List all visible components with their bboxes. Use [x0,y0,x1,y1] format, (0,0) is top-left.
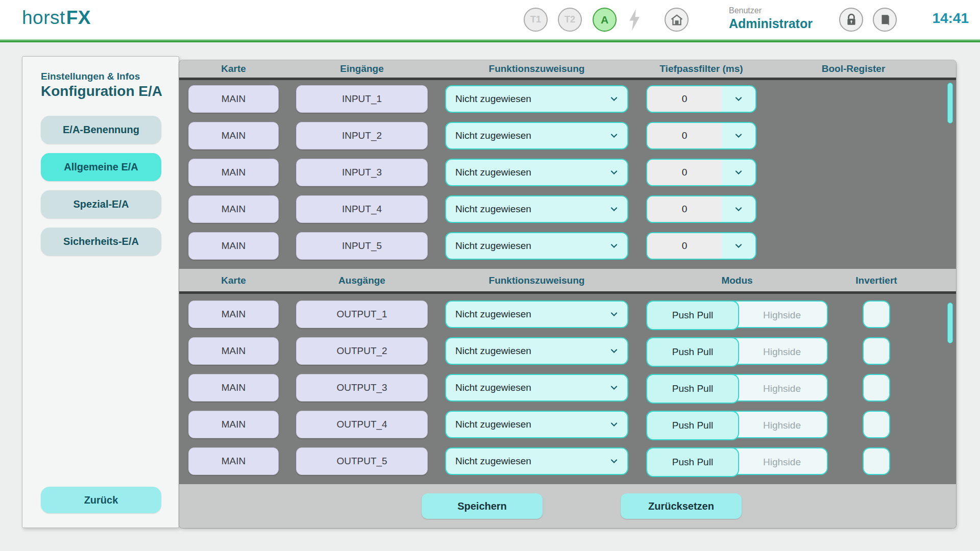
tiefpass-dropdown[interactable]: 0 [646,122,756,149]
tiefpass-dropdown[interactable]: 0 [646,195,756,223]
home-button[interactable] [665,8,689,32]
karte-value: MAIN [188,195,279,223]
io-config-panel: Karte Eingänge Funktionszuweisung Tiefpa… [179,60,956,528]
modus-toggle: Push Pull Highside [646,300,828,328]
funktion-value: Nicht zugewiesen [455,240,531,252]
top-bar: horstFX T1 T2 A Benutzer Administrator [0,0,980,39]
funktion-value: Nicht zugewiesen [455,130,531,141]
modus-push-pull-option[interactable]: Push Pull [646,374,739,404]
t2-mode-badge[interactable]: T2 [558,8,582,32]
col-header-modus: Modus [646,275,828,286]
funktion-value: Nicht zugewiesen [455,93,531,105]
chevron-down-icon [609,204,619,214]
modus-highside-option[interactable]: Highside [737,448,827,476]
karte-value: MAIN [188,447,279,475]
sidebar-item-label: Spezial-E/A [74,198,129,210]
funktion-dropdown[interactable]: Nicht zugewiesen [445,300,628,328]
funktion-value: Nicht zugewiesen [455,382,531,393]
back-button[interactable]: Zurück [41,487,161,513]
clock: 14:41 [932,10,969,27]
logo-bold: FX [66,7,91,28]
funktion-dropdown[interactable]: Nicht zugewiesen [445,85,628,113]
page-title: Konfiguration E/A [41,83,162,99]
invertiert-checkbox[interactable] [863,300,890,328]
eingang-value: INPUT_1 [296,85,428,113]
sidebar-item-ea-benennung[interactable]: E/A-Benennung [41,116,161,144]
funktion-value: Nicht zugewiesen [455,456,531,467]
modus-highside-option[interactable]: Highside [737,338,827,366]
reset-button-label: Zurücksetzen [648,500,714,512]
t1-mode-badge[interactable]: T1 [524,8,548,32]
col-header-funktionszuweisung: Funktionszuweisung [445,63,628,74]
funktion-dropdown[interactable]: Nicht zugewiesen [445,195,628,223]
input-row-3: MAIN INPUT_3 Nicht zugewiesen 0 [179,159,956,186]
funktion-dropdown[interactable]: Nicht zugewiesen [445,337,628,365]
modus-highside-option[interactable]: Highside [737,412,827,439]
ausgang-value: OUTPUT_3 [296,374,428,402]
inputs-scrollbar[interactable] [947,83,953,123]
modus-push-pull-option[interactable]: Push Pull [646,300,739,330]
manual-button[interactable] [873,8,897,32]
outputs-scrollbar[interactable] [947,303,953,343]
eingang-value: INPUT_5 [296,232,428,260]
chevron-down-icon [609,419,619,430]
funktion-value: Nicht zugewiesen [455,167,531,178]
modus-push-pull-option[interactable]: Push Pull [646,447,739,477]
modus-highside-option[interactable]: Highside [737,375,827,403]
user-role-label: Benutzer [729,6,813,15]
modus-toggle: Push Pull Highside [646,411,828,438]
invertiert-checkbox[interactable] [863,447,890,475]
funktion-dropdown[interactable]: Nicht zugewiesen [445,159,628,186]
col-header-karte: Karte [188,63,279,74]
invertiert-checkbox[interactable] [863,411,890,438]
input-row-2: MAIN INPUT_2 Nicht zugewiesen 0 [179,122,956,149]
ausgang-value: OUTPUT_1 [296,300,428,328]
karte-value: MAIN [188,159,279,186]
reset-button[interactable]: Zurücksetzen [621,493,742,519]
tiefpass-value: 0 [647,123,722,148]
funktion-dropdown[interactable]: Nicht zugewiesen [445,447,628,475]
save-button[interactable]: Speichern [422,493,543,519]
karte-value: MAIN [188,232,279,260]
automatic-mode-badge[interactable]: A [593,8,617,32]
col-header-ausgaenge: Ausgänge [296,275,428,286]
chevron-down-icon [609,131,619,141]
modus-push-pull-option[interactable]: Push Pull [646,411,739,440]
sidebar-item-sicherheits-ea[interactable]: Sicherheits-E/A [41,228,161,256]
sidebar-item-allgemeine-ea[interactable]: Allgemeine E/A [41,153,161,181]
modus-highside-option[interactable]: Highside [737,302,827,329]
funktion-dropdown[interactable]: Nicht zugewiesen [445,374,628,402]
app-logo: horstFX [22,7,91,29]
output-row-1: MAIN OUTPUT_1 Nicht zugewiesen Push Pull… [179,300,956,328]
funktion-dropdown[interactable]: Nicht zugewiesen [445,411,628,438]
modus-push-pull-option[interactable]: Push Pull [646,337,739,367]
chevron-down-icon [733,241,744,251]
settings-sidebar: Einstellungen & Infos Konfiguration E/A … [22,56,179,528]
funktion-dropdown[interactable]: Nicht zugewiesen [445,232,628,260]
tiefpass-dropdown[interactable]: 0 [646,159,756,186]
karte-value: MAIN [188,374,279,402]
invertiert-checkbox[interactable] [863,337,890,365]
tiefpass-dropdown[interactable]: 0 [646,85,756,113]
user-info: Benutzer Administrator [729,6,813,31]
funktion-value: Nicht zugewiesen [455,345,531,357]
eingang-value: INPUT_3 [296,159,428,186]
col-header-karte: Karte [188,275,279,286]
user-name: Administrator [729,16,813,31]
eingang-value: INPUT_2 [296,122,428,149]
chevron-down-icon [609,94,619,104]
book-icon [878,13,892,27]
invertiert-checkbox[interactable] [863,374,890,402]
t1-label: T1 [530,14,541,25]
output-row-4: MAIN OUTPUT_4 Nicht zugewiesen Push Pull… [179,411,956,438]
sidebar-item-spezial-ea[interactable]: Spezial-E/A [41,190,161,218]
tiefpass-dropdown[interactable]: 0 [646,232,756,260]
funktion-dropdown[interactable]: Nicht zugewiesen [445,122,628,149]
col-header-funktionszuweisung: Funktionszuweisung [445,275,628,286]
chevron-down-icon [609,167,619,178]
karte-value: MAIN [188,411,279,438]
karte-value: MAIN [188,85,279,113]
col-header-tiefpassfilter: Tiefpassfilter (ms) [646,63,756,74]
ausgang-value: OUTPUT_5 [296,447,428,475]
lock-button[interactable] [839,8,863,32]
